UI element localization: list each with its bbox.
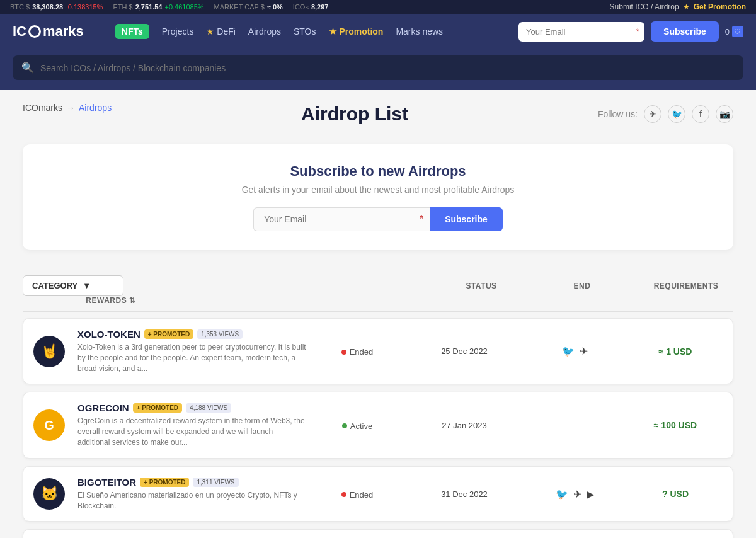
status-dot-ogre: Active <box>342 421 372 431</box>
breadcrumb-home[interactable]: ICOmarks <box>23 103 62 113</box>
rewards-column-header[interactable]: REWARDS ⇅ <box>23 296 199 305</box>
nav-projects[interactable]: Projects <box>162 26 194 37</box>
btc-value: 38,308.28 <box>32 3 63 11</box>
marketcap-label: MARKET CAP $ <box>214 3 265 11</box>
promoted-badge-xolo: + PROMOTED <box>144 329 193 339</box>
views-badge-bigoteitor: 1,311 VIEWS <box>193 478 238 487</box>
logo-circle <box>28 25 41 38</box>
end-date-bigoteitor: 31 Dec 2022 <box>408 489 521 499</box>
category-label: CATEGORY <box>32 281 77 290</box>
logo[interactable]: ICmarks <box>13 23 84 40</box>
shield-icon: 🛡 <box>732 26 743 37</box>
rewards-cell-ogre: ≈ 100 USD <box>628 420 723 430</box>
subscribe-form: * Subscribe <box>35 207 721 231</box>
airdrop-name-row-ogre: OGRECOIN + PROMOTED 4,188 VIEWS <box>77 403 307 413</box>
eth-change: +0.461085% <box>164 3 203 11</box>
follow-label: Follow us: <box>598 109 638 119</box>
follow-section: Follow us: ✈ 🐦 f 📷 <box>598 105 733 123</box>
promotion-star-icon: ★ <box>329 26 337 37</box>
requirements-cell-xolo: 🐦 ✈ <box>527 345 622 357</box>
status-column-header: STATUS <box>437 282 525 290</box>
search-icon: 🔍 <box>21 62 34 74</box>
nav-subscribe-button[interactable]: Subscribe <box>651 21 719 42</box>
ended-dot-icon-bigo <box>341 492 346 497</box>
badge-count: 0 <box>725 27 730 37</box>
nav-airdrops[interactable]: Airdrops <box>248 26 281 37</box>
telegram-icon[interactable]: ✈ <box>644 105 662 123</box>
airdrop-card-ogre[interactable]: G OGRECOIN + PROMOTED 4,188 VIEWS OgreCo… <box>23 392 733 458</box>
search-bar: 🔍 <box>13 55 743 80</box>
subscribe-section: Subscribe to new Airdrops Get alerts in … <box>23 144 733 250</box>
promoted-badge-ogre: + PROMOTED <box>133 403 182 413</box>
ticker-star-icon: ★ <box>683 3 690 11</box>
ticker-right: Submit ICO / Airdrop ★ Get Promotion <box>610 3 746 11</box>
requirements-cell-bigoteitor: 🐦 ✈ ▶ <box>527 488 622 500</box>
requirements-column-header: REQUIREMENTS <box>639 282 733 290</box>
subscribe-button[interactable]: Subscribe <box>430 207 503 231</box>
airdrop-info-bigoteitor: BIGOTEITOR + PROMOTED 1,311 VIEWS El Sue… <box>77 477 307 512</box>
search-bar-wrap: 🔍 <box>0 49 756 90</box>
airdrop-name-row-bigoteitor: BIGOTEITOR + PROMOTED 1,311 VIEWS <box>77 477 307 488</box>
email-required-indicator: * <box>636 26 639 37</box>
icos-value: 8,297 <box>311 3 329 11</box>
eth-value: 2,751.54 <box>135 3 163 11</box>
airdrop-logo-bigoteitor: 🐱 <box>33 478 65 510</box>
active-dot-icon <box>342 423 347 428</box>
twitter-req-icon-bigo: 🐦 <box>556 488 568 500</box>
get-promotion-link[interactable]: Get Promotion <box>694 3 746 11</box>
nav-badge: 0 🛡 <box>725 26 743 37</box>
subscribe-email-wrap: * <box>253 207 430 231</box>
nav-promotion[interactable]: ★ Promotion <box>329 26 384 37</box>
navbar: ICmarks NFTs Projects ★ DeFi Airdrops ST… <box>0 14 756 49</box>
header-row: ICOmarks → Airdrops Airdrop List Follow … <box>23 103 733 125</box>
telegram-req-icon-bigo: ✈ <box>573 488 581 500</box>
btc-label: BTC $ <box>10 3 30 11</box>
nav-marks-news[interactable]: Marks news <box>396 26 443 37</box>
telegram-req-icon: ✈ <box>580 345 588 357</box>
end-date-xolo: 25 Dec 2022 <box>408 346 521 356</box>
breadcrumb-current: Airdrops <box>79 103 112 113</box>
icos-label: ICOs <box>293 3 309 11</box>
subscribe-email-input[interactable] <box>253 207 430 231</box>
filter-row: CATEGORY ▼ STATUS END REQUIREMENTS REWAR… <box>23 269 733 312</box>
views-badge-ogre: 4,188 VIEWS <box>186 403 231 413</box>
airdrop-name-ogre: OGRECOIN <box>77 403 129 413</box>
subscribe-subtitle: Get alerts in your email about the newes… <box>35 185 721 195</box>
marketcap-ticker: MARKET CAP $ ≈ 0% <box>214 3 283 11</box>
submit-ico-link[interactable]: Submit ICO / Airdrop <box>610 3 679 11</box>
views-badge-xolo: 1,353 VIEWS <box>197 329 243 339</box>
facebook-icon[interactable]: f <box>692 105 709 123</box>
dropdown-chevron-icon: ▼ <box>83 281 91 290</box>
airdrop-card-bigoteitor[interactable]: 🐱 BIGOTEITOR + PROMOTED 1,311 VIEWS El S… <box>23 466 733 522</box>
nav-defi[interactable]: ★ DeFi <box>206 26 235 37</box>
breadcrumb-arrow-icon: → <box>66 103 75 113</box>
instagram-icon[interactable]: 📷 <box>716 105 733 123</box>
marketcap-change: ≈ 0% <box>267 3 283 11</box>
breadcrumb: ICOmarks → Airdrops <box>23 103 112 113</box>
subscribe-title: Subscribe to new Airdrops <box>35 163 721 180</box>
airdrop-logo-ogre: G <box>33 409 65 441</box>
airdrop-desc-ogre: OgreCoin is a decentralized reward syste… <box>77 416 307 447</box>
sort-icon: ⇅ <box>129 296 136 305</box>
twitter-req-icon: 🐦 <box>562 345 575 357</box>
airdrop-name-row-xolo: XOLO-TOKEN + PROMOTED 1,353 VIEWS <box>77 329 307 340</box>
defi-star-icon: ★ <box>206 26 214 37</box>
airdrop-info-xolo: XOLO-TOKEN + PROMOTED 1,353 VIEWS Xolo-T… <box>77 329 307 374</box>
search-input[interactable] <box>40 63 735 73</box>
ticker-bar: BTC $ 38,308.28 -0.138315% ETH $ 2,751.5… <box>0 0 756 14</box>
page-title: Airdrop List <box>112 103 598 125</box>
subscribe-email-required: * <box>420 214 423 225</box>
nav-nfts[interactable]: NFTs <box>115 24 149 39</box>
category-dropdown[interactable]: CATEGORY ▼ <box>23 275 123 296</box>
icos-ticker: ICOs 8,297 <box>293 3 329 11</box>
status-dot-bigoteitor: Ended <box>341 490 374 500</box>
nav-right: * Subscribe 0 🛡 <box>518 21 743 42</box>
airdrop-card-foxinufox[interactable]: 🦊 FOX INU FOX + PROMOTED 8,564 VIEWS Wha… <box>23 529 733 538</box>
promoted-badge-bigoteitor: + PROMOTED <box>140 478 189 487</box>
airdrop-desc-bigoteitor: El Sueño Americano materializado en un p… <box>77 490 307 512</box>
nav-email-input[interactable] <box>518 22 644 42</box>
twitter-icon[interactable]: 🐦 <box>668 105 685 123</box>
nav-stos[interactable]: STOs <box>294 26 316 37</box>
airdrop-card-xolo[interactable]: 🤘 XOLO-TOKEN + PROMOTED 1,353 VIEWS Xolo… <box>23 318 733 384</box>
rewards-cell-bigoteitor: ? USD <box>628 489 723 499</box>
